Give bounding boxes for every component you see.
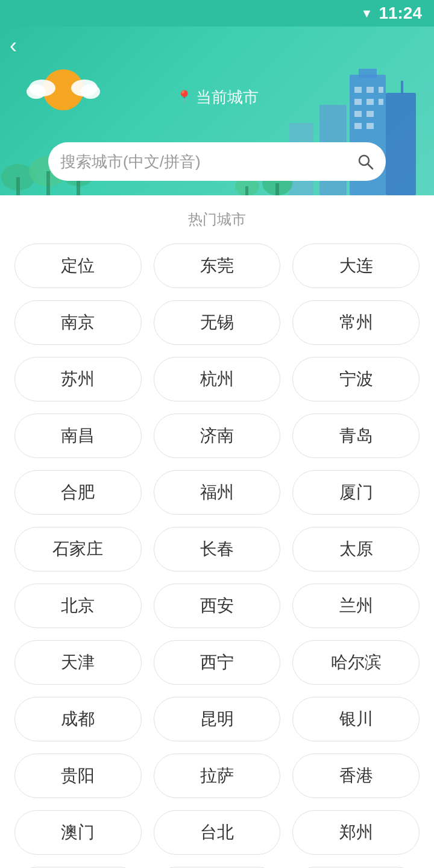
svg-rect-6 <box>359 69 377 78</box>
city-button[interactable]: 杭州 <box>154 357 281 401</box>
city-button[interactable]: 拉萨 <box>154 753 281 798</box>
city-button[interactable]: 常州 <box>292 300 420 345</box>
svg-rect-11 <box>366 99 374 105</box>
svg-rect-24 <box>245 186 248 195</box>
hot-cities-title: 热门城市 <box>14 210 420 229</box>
city-button[interactable]: 台北 <box>154 810 281 855</box>
city-button[interactable]: 青岛 <box>292 414 420 458</box>
search-bar-wrapper <box>48 142 386 181</box>
city-button[interactable]: 厦门 <box>292 470 420 515</box>
signal-icon: ▼ <box>361 7 373 20</box>
current-city-text: 当前城市 <box>196 87 259 108</box>
city-button[interactable]: 香港 <box>292 753 420 798</box>
city-button[interactable]: 石家庄 <box>14 527 142 571</box>
city-button[interactable]: 济南 <box>154 414 281 458</box>
city-button[interactable]: 成都 <box>14 697 142 741</box>
city-button[interactable]: 大连 <box>292 244 420 288</box>
svg-rect-8 <box>366 87 374 93</box>
search-input[interactable] <box>60 153 350 171</box>
status-bar: ▼ 11:24 <box>0 0 434 27</box>
svg-rect-17 <box>386 93 416 195</box>
city-button[interactable]: 昆明 <box>154 697 281 741</box>
header: ‹ <box>0 27 434 195</box>
city-button[interactable]: 澳门 <box>14 810 142 855</box>
city-button[interactable]: 南京 <box>14 300 142 345</box>
city-button[interactable]: 南昌 <box>14 414 142 458</box>
sun-logo <box>24 57 102 117</box>
svg-rect-18 <box>401 81 403 94</box>
svg-rect-7 <box>354 87 362 93</box>
svg-line-32 <box>368 164 373 169</box>
city-button[interactable]: 北京 <box>14 583 142 628</box>
city-button[interactable]: 太原 <box>292 527 420 571</box>
svg-rect-14 <box>366 111 374 117</box>
city-button[interactable]: 苏州 <box>14 357 142 401</box>
city-button[interactable]: 贵阳 <box>14 753 142 798</box>
main-content: 热门城市 定位东莞大连南京无锡常州苏州杭州宁波南昌济南青岛合肥福州厦门石家庄长春… <box>0 195 434 868</box>
svg-point-2 <box>27 84 46 99</box>
city-button[interactable]: 定位 <box>14 244 142 288</box>
city-button[interactable]: 天津 <box>14 640 142 685</box>
svg-rect-13 <box>354 111 362 117</box>
svg-rect-16 <box>366 123 374 129</box>
svg-point-4 <box>81 84 100 99</box>
city-button[interactable]: 无锡 <box>154 300 281 345</box>
city-button[interactable]: 宁波 <box>292 357 420 401</box>
city-button[interactable]: 哈尔滨 <box>292 640 420 685</box>
city-button[interactable]: 合肥 <box>14 470 142 515</box>
city-button[interactable]: 兰州 <box>292 583 420 628</box>
city-button[interactable]: 银川 <box>292 697 420 741</box>
city-button[interactable]: 长春 <box>154 527 281 571</box>
location-icon: 📍 <box>176 90 192 105</box>
city-grid: 定位东莞大连南京无锡常州苏州杭州宁波南昌济南青岛合肥福州厦门石家庄长春太原北京西… <box>14 244 420 868</box>
city-button[interactable]: 西宁 <box>154 640 281 685</box>
search-icon[interactable] <box>357 153 374 170</box>
city-button[interactable]: 东莞 <box>154 244 281 288</box>
svg-rect-22 <box>275 183 279 195</box>
svg-rect-12 <box>379 99 383 105</box>
city-button[interactable]: 福州 <box>154 470 281 515</box>
status-time: 11:24 <box>379 4 422 23</box>
city-button[interactable]: 郑州 <box>292 810 420 855</box>
svg-rect-10 <box>354 99 362 105</box>
city-button[interactable]: 西安 <box>154 583 281 628</box>
svg-rect-15 <box>354 123 362 129</box>
search-bar <box>48 142 386 181</box>
svg-rect-9 <box>379 87 383 93</box>
svg-rect-26 <box>16 177 20 195</box>
back-button[interactable]: ‹ <box>10 35 17 57</box>
current-city-label: 📍 当前城市 <box>176 87 259 108</box>
